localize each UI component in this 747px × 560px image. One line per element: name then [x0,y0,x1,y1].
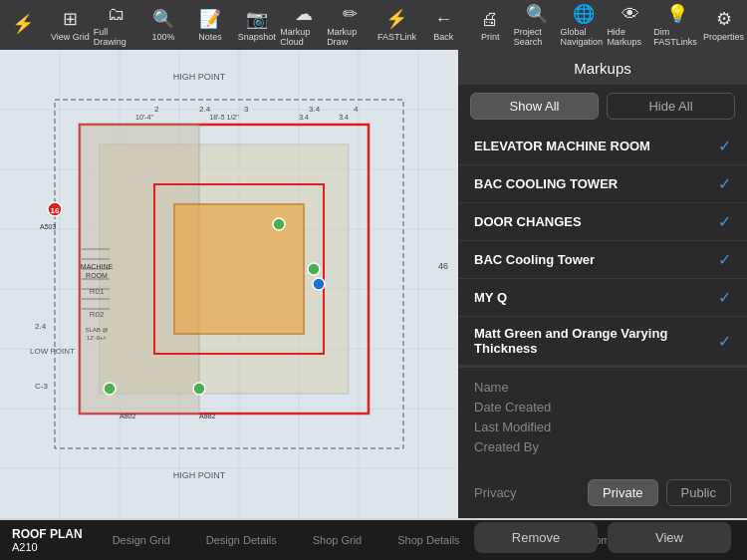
markup-cloud-icon: ☁ [295,3,313,25]
remove-button[interactable]: Remove [474,522,598,553]
fastlink-icon: ⚡ [385,8,407,30]
svg-text:3: 3 [244,105,249,114]
svg-point-39 [273,218,285,230]
full-drawing-icon: 🗂 [108,4,125,25]
view-button[interactable]: View [608,522,731,553]
svg-text:46: 46 [438,261,448,271]
bottom-nav-shop-grid[interactable]: Shop Grid [295,520,380,560]
grid-icon: ⊞ [63,8,78,30]
notes-icon: 📝 [199,8,221,30]
toolbar-full-drawing[interactable]: 🗂 Full Drawing [94,0,140,50]
project-search-icon: 🔍 [526,3,548,25]
svg-text:3.4: 3.4 [339,114,349,121]
hide-all-button[interactable]: Hide All [607,93,735,120]
toolbar-markup-cloud[interactable]: ☁ Markup Cloud [280,0,327,50]
svg-text:4: 4 [354,105,359,114]
detail-last-modified-field: Last Modified [474,420,731,434]
toolbar-print[interactable]: 🖨 Print [467,0,514,50]
svg-point-38 [193,383,205,395]
toolbar-fastlink-logo[interactable]: ⚡ [0,0,47,50]
svg-text:A802: A802 [120,413,135,420]
svg-text:10'-4": 10'-4" [135,114,153,121]
bottom-nav-design-grid[interactable]: Design Grid [95,520,188,560]
markups-panel-header: Markups [458,50,747,85]
svg-point-37 [104,383,116,395]
svg-text:C-3: C-3 [35,382,48,391]
privacy-private-button[interactable]: Private [588,479,657,506]
toolbar-snapshot[interactable]: 📷 Snapshot [233,0,280,50]
toolbar-markup-draw[interactable]: ✏ Markup Draw [327,0,374,50]
toolbar-hide-markups[interactable]: 👁 Hide Markups [607,0,653,50]
markups-toggle-row: Show All Hide All [458,85,747,128]
hide-markups-icon: 👁 [622,4,639,25]
action-row: Remove View [458,514,747,560]
toolbar-properties[interactable]: ⚙ Properties [700,0,747,50]
markups-panel: Markups Show All Hide All ELEVATOR MACHI… [458,50,747,518]
svg-text:MACHINE: MACHINE [81,263,114,270]
svg-text:ROOM: ROOM [86,272,108,279]
svg-text:A882: A882 [199,413,215,420]
privacy-row: Privacy Private Public [458,471,747,514]
markups-list: ELEVATOR MACHINE ROOM ✓ BAC COOLING TOWE… [458,128,747,366]
snapshot-icon: 📷 [246,8,268,30]
detail-created-by-field: Created By [474,439,731,454]
markup-detail: Name Date Created Last Modified Created … [458,366,747,471]
back-icon: ← [434,9,452,30]
show-all-button[interactable]: Show All [470,93,599,120]
svg-text:A503: A503 [40,223,56,230]
bottom-nav-design-details[interactable]: Design Details [188,520,295,560]
svg-text:2.4: 2.4 [35,322,47,331]
list-item[interactable]: ELEVATOR MACHINE ROOM ✓ [458,128,747,165]
toolbar-back[interactable]: ← Back [420,0,467,50]
svg-text:R02: R02 [90,310,105,319]
toolbar-global-nav[interactable]: 🌐 Global Navigation [561,0,608,50]
svg-text:12'-0+/-: 12'-0+/- [87,335,107,341]
toolbar: ⚡ ⊞ View Grid 🗂 Full Drawing 🔍 100% 📝 No… [0,0,747,50]
list-item[interactable]: DOOR CHANGES ✓ [458,203,747,241]
svg-text:HIGH POINT: HIGH POINT [173,470,226,480]
markup-draw-icon: ✏ [343,3,358,25]
toolbar-fastlink[interactable]: ⚡ FASTLink [374,0,420,50]
toolbar-view-grid[interactable]: ⊞ View Grid [47,0,94,50]
global-nav-icon: 🌐 [573,3,595,25]
list-item[interactable]: BAC COOLING TOWER ✓ [458,165,747,203]
toolbar-project-search[interactable]: 🔍 Project Search [514,0,561,50]
detail-date-created-field: Date Created [474,400,731,415]
svg-text:R01: R01 [90,287,105,296]
detail-name-field: Name [474,380,731,395]
svg-text:3.4: 3.4 [309,105,321,114]
svg-text:2: 2 [154,105,159,114]
list-item[interactable]: Matt Green and Orange Varying Thickness … [458,317,747,366]
toolbar-notes[interactable]: 📝 Notes [187,0,234,50]
svg-point-40 [308,263,320,275]
svg-point-43 [313,278,325,290]
zoom-icon: 🔍 [152,8,174,30]
svg-text:HIGH POINT: HIGH POINT [173,72,226,82]
svg-text:2.4: 2.4 [199,105,211,114]
svg-text:16: 16 [51,206,60,215]
print-icon: 🖨 [481,9,499,30]
svg-text:LOW POINT: LOW POINT [30,347,75,356]
privacy-public-button[interactable]: Public [666,479,731,506]
svg-text:3.4: 3.4 [299,114,309,121]
svg-text:18'-5 1/2": 18'-5 1/2" [209,114,239,121]
properties-icon: ⚙ [716,8,732,30]
toolbar-zoom[interactable]: 🔍 100% [140,0,187,50]
blueprint-area[interactable]: HIGH POINT [0,50,458,518]
plan-info: ROOF PLAN A210 [0,527,95,553]
svg-text:SLAB @: SLAB @ [85,327,108,333]
list-item[interactable]: BAC Cooling Tower ✓ [458,241,747,279]
logo-icon: ⚡ [12,13,34,35]
list-item[interactable]: MY Q ✓ [458,279,747,317]
toolbar-dim-fastlinks[interactable]: 💡 Dim FASTLinks [653,0,700,50]
dim-fastlinks-icon: 💡 [666,3,688,25]
